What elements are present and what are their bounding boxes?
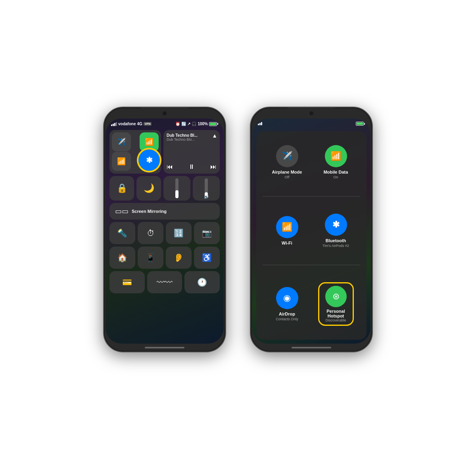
do-not-disturb-button[interactable]: 🌙: [136, 176, 161, 201]
bluetooth-circle: ✱: [325, 214, 347, 236]
wallet-icon: 💳: [122, 277, 132, 287]
headphones-icon: 🎧: [192, 122, 196, 126]
timer-button[interactable]: ⏱: [138, 222, 163, 244]
remote-button[interactable]: 📱: [138, 247, 163, 269]
brightness-slider[interactable]: ☀: [163, 176, 190, 201]
lock-rotation-button[interactable]: 🔒: [109, 176, 134, 201]
clock-button[interactable]: 🕐: [184, 271, 220, 293]
screen-mirroring-label: Screen Mirroring: [132, 209, 167, 214]
clock-icon: 🕐: [197, 277, 207, 287]
airdrop-status: Contacts Only: [276, 317, 298, 321]
moon-icon: 🌙: [144, 183, 154, 193]
signal-bars: [111, 122, 117, 126]
accessibility-icon: ♿: [202, 253, 212, 262]
airdrop-label: AirDrop: [279, 312, 295, 316]
wifi-circle: 📶: [276, 216, 298, 238]
phone-2: ✈️ Airplane Mode Off 📶 Mobile Data On: [250, 107, 373, 352]
media-next-button[interactable]: ⏭: [210, 163, 217, 170]
calculator-icon: 🔢: [174, 228, 184, 238]
bluetooth-button[interactable]: ✱: [138, 149, 160, 171]
network-panel: ✈️ Airplane Mode Off 📶 Mobile Data On: [256, 131, 367, 340]
soundrecog-button[interactable]: 〰〰: [147, 271, 182, 293]
battery-icon-2: [356, 122, 365, 126]
wifi-item[interactable]: 📶 Wi-Fi: [269, 216, 305, 245]
airplane-mode-item[interactable]: ✈️ Airplane Mode Off: [269, 145, 305, 179]
status-left-2: [258, 122, 262, 125]
alarm-icon: ⏰: [175, 122, 180, 126]
airplane-mode-status: Off: [285, 175, 290, 179]
location-icon: ↗: [187, 122, 190, 126]
battery-icon: [209, 122, 218, 126]
personal-hotspot-item[interactable]: ⊛ Personal Hotspot Discoverable: [318, 282, 354, 326]
airdrop-circle: ◉: [276, 287, 298, 309]
airdrop-item[interactable]: ◉ AirDrop Contacts Only: [269, 287, 305, 321]
wifi-icon: 📶: [117, 157, 126, 166]
wifi-label: Wi-Fi: [282, 241, 292, 245]
divider-2: [263, 265, 360, 265]
camera-button[interactable]: 📷: [194, 222, 220, 244]
media-prev-button[interactable]: ⏮: [167, 163, 173, 170]
home-bar-2[interactable]: [292, 347, 331, 348]
screen-mirror-icon: ▭▭: [115, 207, 129, 216]
vpn-badge: VPN: [144, 122, 152, 126]
wifi-button[interactable]: 📶: [112, 152, 131, 171]
bluetooth-icon-2: ✱: [332, 220, 340, 230]
airplane-mode-button[interactable]: ✈️: [112, 132, 131, 151]
hearing-button[interactable]: 👂: [166, 247, 192, 269]
bluetooth-device: Tim's AirPods #2: [322, 244, 349, 248]
divider-1: [263, 196, 360, 197]
airplane-mode-circle: ✈️: [276, 145, 298, 167]
flashlight-button[interactable]: 🔦: [109, 222, 135, 244]
home-icon: 🏠: [117, 253, 127, 262]
ear-icon: 👂: [174, 253, 184, 262]
bluetooth-highlighted-wrapper: ✱: [137, 148, 161, 172]
phone-1: vodafone 4G VPN ⏰ 🔄 ↗ 🎧 100%: [103, 107, 226, 352]
home-button[interactable]: 🏠: [109, 247, 135, 269]
hotspot-status: Discoverable: [325, 318, 346, 322]
airplane-mode-label: Airplane Mode: [272, 170, 302, 174]
mobile-data-label: Mobile Data: [324, 170, 348, 174]
network-row-3: ◉ AirDrop Contacts Only ⊛ Personal Hotsp…: [263, 282, 360, 326]
sync-icon: 🔄: [181, 122, 186, 126]
airplane-mode-icon: ✈️: [282, 151, 292, 161]
calculator-button[interactable]: 🔢: [166, 222, 192, 244]
hotspot-highlight-wrapper: ⊛ Personal Hotspot Discoverable: [318, 282, 354, 326]
volume-slider[interactable]: 🔊: [193, 176, 220, 201]
bluetooth-icon: ✱: [146, 155, 153, 165]
timer-icon: ⏱: [147, 229, 155, 238]
wallet-button[interactable]: 💳: [109, 271, 145, 293]
mobile-data-item[interactable]: 📶 Mobile Data On: [318, 145, 354, 179]
signal-bars-2: [258, 122, 262, 125]
screen-mirroring-button[interactable]: ▭▭ Screen Mirroring: [109, 203, 220, 220]
network-row-2: 📶 Wi-Fi ✱ Bluetooth Tim's AirPods #2: [263, 214, 360, 248]
hotspot-label: Personal Hotspot: [322, 309, 350, 318]
bluetooth-item[interactable]: ✱ Bluetooth Tim's AirPods #2: [318, 214, 354, 248]
airdrop-icon: ◉: [283, 293, 291, 303]
bluetooth-label: Bluetooth: [326, 238, 346, 243]
media-play-button[interactable]: ⏸: [188, 163, 195, 170]
mobile-data-status: On: [333, 175, 338, 179]
mobile-data-circle: 📶: [325, 145, 347, 167]
front-camera-2: [309, 111, 313, 115]
front-camera: [163, 111, 167, 115]
status-bar-2: [252, 119, 370, 127]
soundwave-icon: 〰〰: [157, 278, 173, 287]
connectivity-panel: ✈️ 📶 📶 ✱: [109, 130, 161, 174]
airplane-icon: ✈️: [117, 138, 126, 146]
hotspot-icon: ⊛: [332, 291, 340, 302]
lock-rotation-icon: 🔒: [117, 183, 127, 193]
battery-percent: 100%: [198, 122, 208, 126]
network-label: 4G: [137, 122, 142, 126]
airplay-icon[interactable]: ▲: [212, 132, 217, 139]
media-title: Dub Techno Bl...: [167, 133, 217, 138]
status-right: ⏰ 🔄 ↗ 🎧 100%: [175, 122, 218, 126]
media-panel: ▲ Dub Techno Bl... Dub Techno Blo... ⏮ ⏸…: [163, 130, 220, 174]
status-right-2: [356, 122, 365, 126]
network-row-1: ✈️ Airplane Mode Off 📶 Mobile Data On: [263, 145, 360, 179]
status-left: vodafone 4G VPN: [111, 122, 152, 126]
mobile-data-icon: 📶: [330, 151, 341, 161]
carrier-label: vodafone: [118, 122, 136, 126]
home-bar-1[interactable]: [145, 347, 184, 348]
wifi-icon-2: 📶: [282, 222, 292, 232]
accessibility-button[interactable]: ♿: [194, 247, 220, 269]
